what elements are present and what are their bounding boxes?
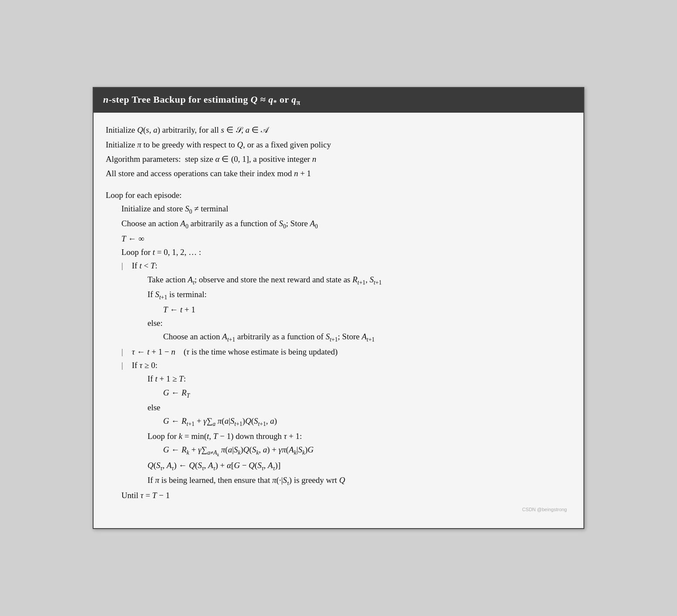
tau-assign-line: τ ← t + 1 − n (τ is the time whose estim…: [132, 345, 571, 358]
else2-body: G ← Rt+1 + γ∑a π(a|St+1)Q(St+1, a): [147, 414, 571, 429]
watermark: CSDN @beingstrong: [106, 504, 571, 516]
init-store-s0: Initialize and store S0 ≠ terminal: [121, 202, 571, 217]
else-label: else:: [147, 316, 571, 330]
else2-label: else: [147, 401, 571, 414]
take-action: Take action At; observe and store the ne…: [147, 273, 571, 288]
if-s-terminal-body: T ← t + 1: [147, 303, 571, 316]
bar-level1: | If t < T: Take action At; observe and …: [106, 259, 571, 488]
until-line: Until τ = T − 1: [106, 489, 571, 502]
if-t1-ge-T-label: If t + 1 ≥ T:: [147, 372, 571, 385]
init-line4: All store and access operations can take…: [106, 167, 571, 180]
G-update-k: G ← Rk + γ∑a≠Ak π(a|Sk)Q(Sk, a) + γπ(Ak|…: [163, 443, 571, 459]
choose-action-a0: Choose an action A0 arbitrarily as a fun…: [121, 217, 571, 231]
if-tau-ge0-label: If τ ≥ 0:: [132, 358, 571, 372]
if-tau-body: If t + 1 ≥ T: G ← RT else G ← Rt+1 + γ∑a…: [132, 372, 571, 488]
tau-assign: | τ ← t + 1 − n (τ is the time whose est…: [121, 345, 571, 358]
else-body: Choose an action At+1 arbitrarily as a f…: [147, 330, 571, 345]
if-s-terminal-label: If St+1 is terminal:: [147, 288, 571, 302]
if-t1-ge-T-body: G ← RT: [147, 386, 571, 401]
title-text: -step Tree Backup for estimating Q ≈ q* …: [109, 94, 301, 105]
loop-episode-label: Loop for each episode:: [106, 188, 571, 202]
loop-k-label: Loop for k = min(t, T − 1) down through …: [147, 429, 571, 443]
pi-update: If π is being learned, then ensure that …: [147, 473, 571, 488]
G-assign-RT: G ← RT: [163, 386, 571, 401]
init-line2: Initialize π to be greedy with respect t…: [106, 138, 571, 151]
algorithm-header: n-step Tree Backup for estimating Q ≈ q*…: [94, 88, 583, 113]
if-t-lt-T-label: If t < T:: [132, 259, 571, 272]
choose-action-at1: Choose an action At+1 arbitrarily as a f…: [163, 330, 571, 345]
until-tau: Until τ = T − 1: [121, 489, 571, 502]
if-t-lt-T-body: Take action At; observe and store the ne…: [132, 273, 571, 345]
algorithm-box: n-step Tree Backup for estimating Q ≈ q*…: [93, 87, 584, 529]
G-assign-else: G ← Rt+1 + γ∑a π(a|St+1)Q(St+1, a): [163, 414, 571, 429]
if-t-lt-T: | If t < T: Take action At; observe and …: [121, 259, 571, 345]
title-n: n: [103, 94, 109, 105]
main-loop: Loop for each episode: Initialize and st…: [106, 188, 571, 502]
init-block: Initialize Q(s, a) arbitrarily, for all …: [106, 123, 571, 180]
init-line3: Algorithm parameters: step size α ∈ (0, …: [106, 152, 571, 166]
algorithm-body: Initialize Q(s, a) arbitrarily, for all …: [94, 113, 583, 528]
t-arrow-inf: T ← ∞: [121, 232, 571, 245]
indent1-block: Initialize and store S0 ≠ terminal Choos…: [106, 202, 571, 259]
loop-k-body: G ← Rk + γ∑a≠Ak π(a|Sk)Q(Sk, a) + γπ(Ak|…: [147, 443, 571, 459]
init-line1: Initialize Q(s, a) arbitrarily, for all …: [106, 123, 571, 137]
Q-update: Q(Sτ, Aτ) ← Q(Sτ, Aτ) + α[G − Q(Sτ, Aτ)]: [147, 459, 571, 473]
if-tau-ge0: | If τ ≥ 0: If t + 1 ≥ T: G ← RT else: [121, 358, 571, 489]
T-assign-t1: T ← t + 1: [163, 303, 571, 316]
loop-t-label: Loop for t = 0, 1, 2, … :: [121, 245, 571, 259]
